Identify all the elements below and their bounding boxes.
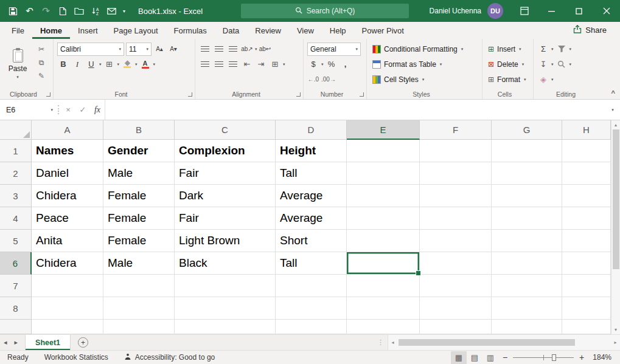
currency-icon[interactable]: $ [307,58,319,71]
name-box[interactable]: E6 ▾ [0,100,56,120]
maximize-button[interactable] [565,0,593,22]
open-folder-icon[interactable] [71,2,87,20]
cell-F8[interactable] [420,297,492,320]
cell-C3[interactable]: Dark [175,185,276,207]
align-middle-icon[interactable] [213,43,225,56]
cell-A4[interactable]: Peace [32,207,103,230]
row-header-partial[interactable] [0,320,32,334]
row-header-8[interactable]: 8 [0,297,32,320]
cell-A6[interactable]: Chidera [32,252,103,275]
zoom-slider-thumb[interactable] [552,354,556,361]
cell-E6-selected[interactable] [347,252,420,275]
cell-B5[interactable]: Female [103,230,175,252]
tab-data[interactable]: Data [215,22,247,39]
column-header-D[interactable]: D [276,120,347,140]
format-painter-icon[interactable]: ✎ [35,70,47,81]
cell-B8[interactable] [103,297,175,320]
cell-H7[interactable] [562,275,611,297]
cell-H2[interactable] [562,162,611,185]
cell-E3[interactable] [347,185,420,207]
cell-F5[interactable] [420,230,492,252]
cell-C9[interactable] [175,320,276,334]
tab-home[interactable]: Home [32,22,70,39]
cell-styles-button[interactable]: Cell Styles ▾ [371,72,478,87]
cell-E1[interactable] [347,140,420,162]
cell-D3[interactable]: Average [276,185,347,207]
wrap-text-icon[interactable]: ab↩ [259,43,271,56]
cell-C2[interactable]: Fair [175,162,276,185]
font-name-combo[interactable]: Calibri ▾ [57,43,124,56]
zoom-slider[interactable] [513,352,574,363]
insert-function-icon[interactable]: fx [90,100,105,120]
cell-D1[interactable]: Height [276,140,347,162]
fill-color-menu-icon[interactable]: ▾ [135,62,138,66]
cell-A8[interactable] [32,297,103,320]
grow-font-icon[interactable]: A▴ [153,43,165,56]
conditional-formatting-button[interactable]: Conditional Formatting ▾ [371,41,478,57]
row-header-2[interactable]: 2 [0,162,32,185]
row-header-3[interactable]: 3 [0,185,32,207]
avatar[interactable]: DU [487,3,503,19]
prev-sheet-icon[interactable]: ◂ [0,338,11,346]
format-as-table-button[interactable]: Format as Table ▾ [371,57,478,72]
page-layout-view-icon[interactable]: ▤ [467,351,482,364]
page-break-view-icon[interactable]: ▥ [482,351,498,364]
cell-F2[interactable] [420,162,492,185]
cell-B6[interactable]: Male [103,252,175,275]
select-all-corner[interactable] [0,120,32,140]
redo-icon[interactable]: ↷ [38,2,54,20]
cell-A5[interactable]: Anita [32,230,103,252]
cell-A3[interactable]: Chidera [32,185,103,207]
cell-E9[interactable] [347,320,420,334]
dialog-launcher-icon[interactable] [188,92,192,97]
cell-G4[interactable] [492,207,562,230]
number-format-combo[interactable]: General ▾ [307,43,361,56]
cell-C5[interactable]: Light Brown [175,230,276,252]
column-header-B[interactable]: B [103,120,175,140]
cell-H9[interactable] [562,320,611,334]
cell-H1[interactable] [562,140,611,162]
column-header-E[interactable]: E [347,120,420,140]
align-top-icon[interactable] [199,43,211,56]
search-box[interactable]: Search (Alt+Q) [241,4,409,18]
save-icon[interactable] [5,2,21,20]
fill-color-icon[interactable] [121,58,133,71]
borders-icon[interactable]: ⊞ [103,58,116,71]
cell-F6[interactable] [420,252,492,275]
cell-H6[interactable] [562,252,611,275]
row-header-5[interactable]: 5 [0,230,32,252]
cell-C1[interactable]: Complexion [175,140,276,162]
cell-B7[interactable] [103,275,175,297]
share-button[interactable]: Share [563,22,616,39]
customize-qat-icon[interactable]: ▾ [120,2,128,20]
font-color-icon[interactable]: A [139,58,152,71]
merge-center-icon[interactable]: ⊞ [269,58,281,71]
cell-H3[interactable] [562,185,611,207]
insert-cells-button[interactable]: ⊞ Insert ▾ [486,41,529,57]
decrease-decimal-icon[interactable]: .00→ [321,73,336,86]
cell-E2[interactable] [347,162,420,185]
name-box-dropdown-icon[interactable]: ▾ [51,108,53,112]
cell-B2[interactable]: Male [103,162,175,185]
align-right-icon[interactable] [227,58,239,71]
cell-D8[interactable] [276,297,347,320]
cell-G2[interactable] [492,162,562,185]
cell-E8[interactable] [347,297,420,320]
align-left-icon[interactable] [199,58,211,71]
cell-A9[interactable] [32,320,103,334]
cell-F4[interactable] [420,207,492,230]
horizontal-scroll-thumb[interactable] [399,339,575,346]
increase-decimal-icon[interactable]: ←.0 [307,73,319,86]
cell-D9[interactable] [276,320,347,334]
paste-button[interactable]: Paste ▾ [4,41,32,86]
tab-file[interactable]: File [4,22,32,39]
cell-G5[interactable] [492,230,562,252]
cell-C6[interactable]: Black [175,252,276,275]
cell-D7[interactable] [276,275,347,297]
scroll-down-icon[interactable]: ▾ [615,327,617,332]
undo-icon[interactable]: ↶ [21,2,38,20]
cell-H8[interactable] [562,297,611,320]
cell-B3[interactable]: Female [103,185,175,207]
font-color-menu-icon[interactable]: ▾ [153,62,156,66]
cell-A7[interactable] [32,275,103,297]
